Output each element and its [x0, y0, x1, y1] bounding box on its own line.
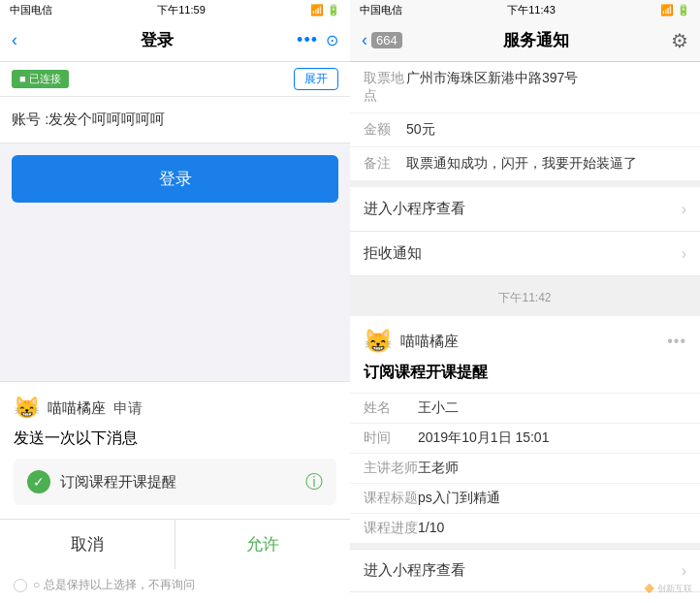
chat-progress-value: 1/10	[418, 520, 444, 537]
info-icon[interactable]: ⓘ	[305, 470, 323, 493]
right-nav-title: 服务通知	[402, 29, 671, 51]
app-emoji-icon: 😸	[14, 396, 40, 421]
ticket-location-value: 广州市海珠区新港中路397号	[406, 70, 686, 105]
chat-time-row: 时间 2019年10月1日 15:01	[350, 423, 700, 453]
permission-actions: 取消 允许	[0, 519, 350, 569]
ticket-amount-row: 金额 50元	[350, 113, 700, 147]
signal-icon: 📶	[310, 4, 324, 16]
ticket-enter-miniapp-label: 进入小程序查看	[364, 200, 465, 218]
chat-enter-miniapp-row[interactable]: 进入小程序查看 ›	[350, 549, 700, 591]
chat-name-label: 姓名	[364, 399, 418, 417]
chat-app-emoji: 😸	[364, 328, 393, 355]
chat-progress-row: 课程进度 1/10	[350, 513, 700, 543]
chat-progress-label: 课程进度	[364, 520, 418, 537]
chevron-right-icon-3: ›	[682, 562, 686, 580]
chat-course-title-row: 课程标题 ps入门到精通	[350, 483, 700, 513]
login-button[interactable]: 登录	[12, 155, 338, 203]
chat-message-title: 订阅课程开课提醒	[350, 363, 700, 393]
permission-section: 😸 喵喵橘座 申请 发送一次以下消息 ✓ 订阅课程开课提醒 ⓘ 取消 允许 ○ …	[0, 381, 350, 603]
chat-header: 😸 喵喵橘座 •••	[350, 316, 700, 363]
permission-header: 😸 喵喵橘座 申请	[0, 382, 350, 428]
settings-icon[interactable]: ⚙	[671, 29, 688, 52]
time-divider: 下午11:42	[350, 280, 700, 316]
right-signal-icon: 📶	[660, 4, 674, 16]
ticket-amount-value: 50元	[406, 121, 686, 139]
ticket-notif-card: 取票地点 广州市海珠区新港中路397号 金额 50元 备注 取票通知成功，闪开，…	[350, 62, 700, 181]
ticket-location-label: 取票地点	[364, 70, 406, 105]
battery-icon: 🔋	[327, 4, 340, 16]
chevron-right-icon-2: ›	[682, 245, 686, 263]
ticket-reject-row[interactable]: 拒收通知 ›	[350, 232, 700, 276]
chat-course-title-label: 课程标题	[364, 490, 418, 507]
ticket-reject-label: 拒收通知	[364, 244, 422, 263]
chat-sender-name: 喵喵橘座	[400, 333, 459, 351]
connection-status-badge: ■ 已连接	[12, 70, 69, 88]
left-panel: 中国电信 下午11:59 📶 🔋 ‹ 登录 ••• ⊙ ■ 已连接 展开 账号 …	[0, 0, 350, 603]
login-btn-area: 登录	[0, 143, 350, 214]
chat-sender: 😸 喵喵橘座	[364, 328, 459, 355]
chat-course-title-value: ps入门到精通	[418, 490, 500, 507]
check-icon: ✓	[27, 470, 50, 493]
right-status-bar: 中国电信 下午11:43 📶 🔋	[350, 0, 700, 19]
chat-time-value: 2019年10月1日 15:01	[418, 429, 549, 447]
chat-reject-row[interactable]: 拒收通知 ›	[350, 591, 700, 603]
right-time: 下午11:43	[507, 3, 556, 17]
ticket-remark-label: 备注	[364, 155, 406, 173]
right-battery-icon: 🔋	[677, 4, 690, 16]
keep-choice-row: ○ 总是保持以上选择，不再询问	[0, 569, 350, 603]
left-status-icons: 📶 🔋	[310, 4, 340, 16]
chevron-right-icon: ›	[682, 201, 686, 218]
right-chevron-icon: ‹	[362, 30, 367, 50]
cancel-button[interactable]: 取消	[0, 520, 175, 569]
ticket-amount-label: 金额	[364, 121, 406, 139]
send-once-label: 发送一次以下消息	[0, 428, 350, 459]
left-nav-title: 登录	[141, 29, 174, 51]
apply-label: 申请	[113, 399, 143, 418]
right-scroll-area[interactable]: 取票地点 广州市海珠区新港中路397号 金额 50元 备注 取票通知成功，闪开，…	[350, 62, 700, 603]
allow-button[interactable]: 允许	[175, 520, 350, 569]
chat-name-row: 姓名 王小二	[350, 393, 700, 423]
right-carrier: 中国电信	[360, 3, 402, 17]
left-status-bar: 中国电信 下午11:59 📶 🔋	[0, 0, 350, 19]
right-status-icons: 📶 🔋	[660, 4, 690, 16]
nav-right-icons: ••• ⊙	[297, 30, 338, 50]
left-carrier: 中国电信	[10, 3, 52, 17]
chat-time-label: 时间	[364, 429, 418, 447]
expand-button[interactable]: 展开	[294, 68, 338, 90]
chat-teacher-label: 主讲老师	[364, 460, 418, 477]
keep-choice-checkbox[interactable]	[14, 579, 27, 592]
scan-button[interactable]: ⊙	[326, 31, 338, 49]
message-item: ✓ 订阅课程开课提醒 ⓘ	[14, 459, 336, 505]
left-nav-bar: ‹ 登录 ••• ⊙	[0, 19, 350, 62]
account-label: 账号 :发发个呵呵呵呵呵	[0, 97, 350, 143]
left-chevron-icon: ‹	[12, 30, 17, 50]
left-time: 下午11:59	[157, 3, 206, 17]
chat-more-icon[interactable]: •••	[667, 333, 686, 350]
right-nav-bar: ‹ 664 服务通知 ⚙	[350, 19, 700, 62]
ticket-remark-value: 取票通知成功，闪开，我要开始装逼了	[406, 155, 686, 173]
chat-enter-miniapp-label: 进入小程序查看	[364, 561, 465, 580]
keep-choice-label: ○ 总是保持以上选择，不再询问	[33, 577, 195, 593]
chat-teacher-value: 王老师	[418, 460, 459, 477]
unread-badge: 664	[371, 32, 402, 48]
ticket-enter-miniapp-row[interactable]: 进入小程序查看 ›	[350, 187, 700, 232]
back-with-badge[interactable]: ‹ 664	[362, 30, 402, 50]
chat-name-value: 王小二	[418, 399, 459, 417]
chat-card: 😸 喵喵橘座 ••• 订阅课程开课提醒 姓名 王小二 时间 2019年10月1日…	[350, 316, 700, 543]
connection-bar: ■ 已连接 展开	[0, 62, 350, 97]
message-text: 订阅课程开课提醒	[60, 473, 296, 492]
ticket-remark-row: 备注 取票通知成功，闪开，我要开始装逼了	[350, 147, 700, 181]
app-name-label: 喵喵橘座	[48, 399, 106, 418]
more-options-button[interactable]: •••	[297, 30, 318, 50]
gray-spacer	[0, 214, 350, 381]
right-panel: 中国电信 下午11:43 📶 🔋 ‹ 664 服务通知 ⚙ 取票地点 广州市海珠…	[350, 0, 700, 603]
chat-teacher-row: 主讲老师 王老师	[350, 453, 700, 483]
back-button[interactable]: ‹	[12, 30, 17, 50]
ticket-location-row: 取票地点 广州市海珠区新港中路397号	[350, 62, 700, 113]
